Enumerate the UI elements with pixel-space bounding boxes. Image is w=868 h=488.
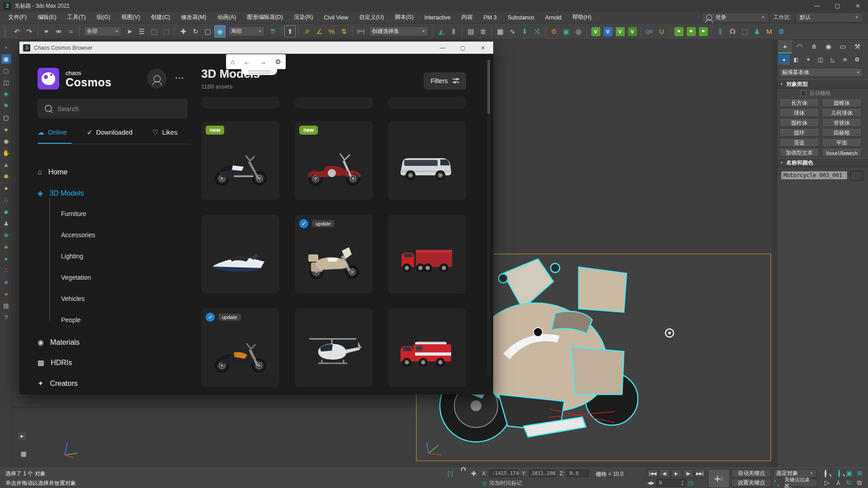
panel-splitter[interactable] (772, 40, 777, 468)
current-frame-field[interactable]: 0▲▼ (656, 479, 686, 487)
lightmix-slider-icon[interactable]: ⫼ (715, 25, 726, 38)
menu-item-2[interactable]: 编辑(E) (32, 12, 62, 23)
key-filters-button[interactable]: 关键点过滤器.. (784, 479, 817, 487)
dock-hand-icon[interactable]: ✋ (1, 148, 11, 158)
asset-card-moto_black[interactable]: new (201, 121, 279, 200)
bind-to-spacewarp-icon[interactable]: ≈ (65, 25, 76, 38)
menu-item-16[interactable]: PM 3 (478, 12, 502, 23)
tab-motion[interactable]: ◉ (821, 40, 835, 53)
primitive-button-圆柱体[interactable]: 圆柱体 (779, 119, 819, 127)
vray-u-toolbar-icon[interactable]: U (656, 25, 667, 38)
mirror-icon[interactable]: ◭ (436, 25, 447, 38)
tab-likes[interactable]: ♡Likes (152, 128, 177, 136)
sub-helpers[interactable]: ◺ (827, 54, 839, 65)
viewport-divider[interactable] (13, 407, 416, 408)
go-to-end-button[interactable]: ▶▶| (694, 469, 705, 478)
dock-dots-icon[interactable]: ∴ (1, 266, 11, 275)
cosmos-close-button[interactable]: ✕ (473, 42, 493, 54)
more-menu-icon[interactable]: ⋯ (175, 72, 184, 83)
tab-downloaded[interactable]: ✓Downloaded (87, 128, 132, 136)
asset-card-fire_truck[interactable] (388, 308, 466, 387)
primitive-button-加强型文本[interactable]: 加强型文本 (779, 149, 819, 157)
object-name-field[interactable]: Motorcycle 003_001 (781, 171, 848, 180)
dock-eye-icon[interactable]: ◖ (1, 42, 11, 52)
selection-filter-dropdown[interactable]: 全部▼ (84, 26, 122, 37)
key-mode-toggle[interactable]: ◀▶ (647, 480, 654, 485)
asset-card-moto_naked[interactable]: ✓update (201, 308, 279, 387)
login-dropdown[interactable]: 登录 ▼ (702, 13, 769, 23)
sidebar-item-creators[interactable]: ✦Creators (38, 379, 78, 388)
select-and-manipulate-icon[interactable]: ⬆ (284, 25, 296, 38)
vray-frame-buffer-icon[interactable]: V (602, 25, 613, 38)
cosmos-minimize-button[interactable]: — (432, 42, 453, 54)
dock-sun-icon[interactable]: ✺ (1, 172, 11, 181)
dock-teal-ball-icon[interactable]: ● (1, 254, 11, 263)
set-keys-button[interactable]: +⚷ (708, 469, 730, 488)
close-button[interactable]: ✕ (848, 0, 868, 12)
primitive-button-管状体[interactable]: 管状体 (822, 119, 862, 127)
dock-drop-icon[interactable]: ◆ (1, 207, 11, 216)
dock-active-tool-icon[interactable]: ▣ (1, 54, 11, 64)
menu-item-8[interactable]: 动画(A) (212, 12, 241, 23)
zoom-icon[interactable] (825, 469, 826, 478)
walk-through-icon[interactable]: ⅄ (836, 479, 840, 486)
snap-toggle-3d-icon[interactable]: 3² (302, 25, 313, 38)
named-selection-sets-dropdown[interactable]: 创建选择集▼ (369, 26, 429, 37)
home-icon[interactable]: ⌂ (231, 58, 235, 66)
primitive-button-几何球体[interactable]: 几何球体 (822, 109, 862, 117)
dock-ball-icon[interactable]: ● (1, 183, 11, 193)
dock-clipboard-icon[interactable]: ▤ (1, 301, 11, 310)
menu-item-1[interactable]: 文件(F) (3, 12, 32, 23)
sidebar-item-vehicles[interactable]: Vehicles (61, 295, 85, 302)
toolbar-grip[interactable] (5, 26, 8, 38)
vray-asset-editor-icon[interactable]: V (590, 25, 601, 38)
dock-tool-5-icon[interactable]: ✚ (1, 89, 11, 99)
plugin-settings-gear-icon[interactable]: ⚙ (776, 25, 787, 38)
dock-tool-6-icon[interactable]: ⚑ (1, 101, 11, 111)
zoom-all-icon[interactable] (838, 469, 840, 478)
vray-render-icon[interactable]: V (627, 25, 638, 38)
select-and-move-icon[interactable]: ✚ (178, 25, 189, 38)
unlink-selection-icon[interactable]: ⚮ (53, 25, 64, 38)
schematic-view-icon[interactable]: ⬇ (519, 25, 530, 38)
partial-card[interactable] (388, 97, 466, 108)
menu-item-11[interactable]: Civil View (318, 12, 354, 23)
select-object-icon[interactable]: ➤ (124, 25, 135, 38)
dock-torus-icon[interactable]: ◉ (1, 136, 11, 146)
tab-modify[interactable]: ◠ (793, 40, 807, 53)
sidebar-item-materials[interactable]: ◉Materials (38, 338, 80, 347)
search-input[interactable]: Search (38, 99, 188, 118)
redo-icon[interactable]: ↷ (24, 25, 35, 38)
dock-flower-icon[interactable]: ❀ (1, 230, 11, 240)
tab-online[interactable]: ☁Online (38, 128, 67, 136)
asset-card-semi_truck[interactable] (388, 215, 466, 294)
align-icon[interactable]: ⫴ (448, 25, 459, 38)
rendered-frame-window-icon[interactable]: ▣ (561, 25, 572, 38)
dock-plant-icon[interactable]: ♣ (1, 242, 11, 252)
zoom-extents-all-icon[interactable]: ⊞ (857, 469, 863, 477)
partial-card[interactable] (295, 97, 373, 108)
dock-orange-ball-icon[interactable]: ● (1, 289, 11, 299)
sidebar-item-home[interactable]: ⌂Home (38, 168, 67, 176)
asset-card-jetski[interactable] (201, 215, 279, 294)
sub-spacewarps[interactable]: ≋ (839, 54, 851, 65)
select-and-place-icon[interactable]: ◉ (214, 25, 226, 38)
dock-tool-4-icon[interactable]: ◫ (1, 78, 11, 87)
menu-item-19[interactable]: 帮助(H) (567, 12, 597, 23)
dock-cube-icon[interactable]: ■ (1, 277, 11, 287)
account-avatar[interactable] (147, 69, 167, 89)
asset-card-van[interactable] (388, 121, 466, 200)
nav-pill-drag-handle[interactable] (242, 69, 277, 75)
select-and-rotate-icon[interactable]: ↻ (190, 25, 201, 38)
prev-frame-button[interactable]: ◀| (659, 469, 670, 478)
asset-card-moto_classic[interactable]: new (295, 121, 373, 200)
object-type-rollout[interactable]: ▼ 对象类型 ⠿ (777, 80, 868, 89)
cosmos-titlebar[interactable]: 3 Chaos Cosmos Browser — ▢ ✕ (19, 42, 493, 54)
primitive-button-长方体[interactable]: 长方体 (779, 99, 819, 107)
chaos-cloud-qr-icon[interactable]: QR (644, 25, 655, 38)
menu-item-14[interactable]: Interactive (419, 12, 456, 23)
menu-item-15[interactable]: 内容 (456, 12, 478, 23)
marquee-tool-icon[interactable]: ⬚ (739, 25, 750, 38)
edit-named-selection-sets-icon[interactable]: {✏} (355, 25, 367, 38)
primitive-button-球体[interactable]: 球体 (779, 109, 819, 117)
